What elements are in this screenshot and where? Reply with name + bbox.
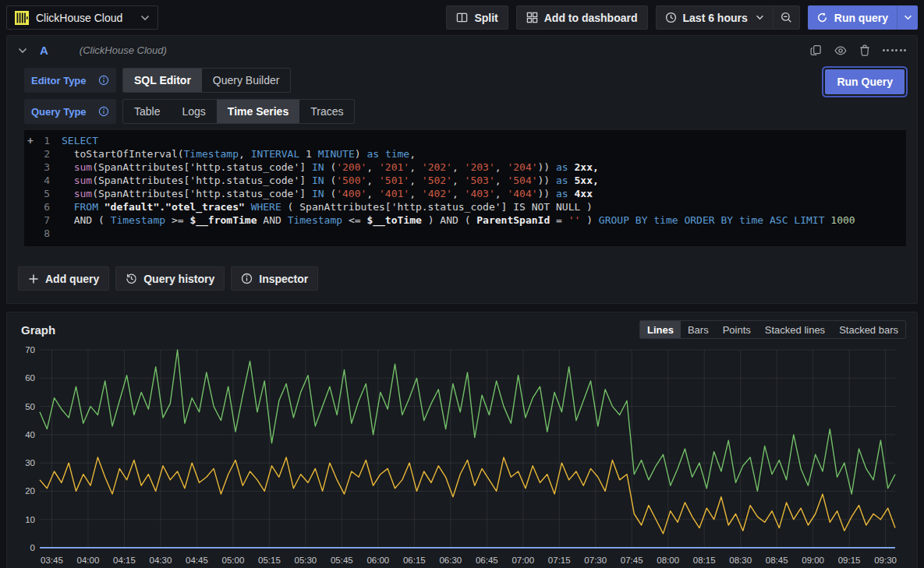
query-type-labelbox: Query Type <box>24 99 116 124</box>
option-bars[interactable]: Bars <box>681 321 716 338</box>
x-axis-tick-label: 08:45 <box>766 556 788 565</box>
line-number-gutter: 6 <box>24 200 62 213</box>
run-query-split-button: Run query <box>808 5 918 30</box>
timeseries-chart[interactable]: 01020304050607003:4504:0004:1504:3004:45… <box>16 340 903 568</box>
line-number: 3 <box>37 161 62 174</box>
x-axis-tick-label: 04:00 <box>77 556 100 565</box>
code-line[interactable]: 2 toStartOfInterval(Timestamp, INTERVAL … <box>24 147 906 161</box>
x-axis-tick-label: 07:30 <box>584 556 607 565</box>
query-editor-panel: A (ClickHouse Cloud) Editor Type SQL Edi… <box>6 35 918 304</box>
run-query-dropdown-caret[interactable] <box>897 5 918 30</box>
split-button[interactable]: Split <box>446 5 508 30</box>
y-axis-tick-label: 20 <box>25 486 35 496</box>
plus-icon <box>28 273 39 284</box>
time-range-picker[interactable]: Last 6 hours <box>657 6 773 29</box>
option-traces[interactable]: Traces <box>299 100 354 123</box>
chevron-down-icon <box>140 15 150 21</box>
code-line[interactable]: 8 <box>24 227 906 240</box>
line-number-gutter: 5 <box>24 187 62 200</box>
y-axis-tick-label: 70 <box>25 345 35 355</box>
code-text: sum(SpanAttributes['http.status_code'] I… <box>62 174 599 187</box>
collapse-chevron-icon[interactable] <box>18 48 27 54</box>
query-history-label: Query history <box>143 273 214 285</box>
query-datasource-hint: (ClickHouse Cloud) <box>80 44 167 56</box>
gutter-spacer <box>24 174 37 187</box>
code-line[interactable]: 6 FROM "default"."otel_traces" WHERE ( S… <box>24 200 906 213</box>
option-lines[interactable]: Lines <box>640 321 681 338</box>
line-number-gutter: 2 <box>24 147 62 161</box>
run-query-button-panel[interactable]: Run Query <box>825 69 905 94</box>
x-axis-tick-label: 04:15 <box>113 556 136 565</box>
query-type-row: Query Type TableLogsTime SeriesTraces <box>24 99 906 124</box>
x-axis-tick-label: 07:45 <box>621 556 643 565</box>
split-label: Split <box>474 12 497 24</box>
option-query-builder[interactable]: Query Builder <box>202 69 291 92</box>
clock-icon <box>665 12 677 23</box>
add-query-label: Add query <box>45 273 99 285</box>
refresh-icon <box>816 12 828 23</box>
inspector-button[interactable]: Inspector <box>231 266 318 291</box>
series-line-5xx <box>40 457 895 534</box>
hide-query-eye-icon[interactable] <box>834 45 847 56</box>
x-axis-tick-label: 05:30 <box>294 556 317 565</box>
code-line[interactable]: 4 sum(SpanAttributes['http.status_code']… <box>24 174 906 187</box>
magnifier-minus-icon <box>781 12 792 23</box>
option-stacked-lines[interactable]: Stacked lines <box>758 321 832 338</box>
code-line[interactable]: +1SELECT <box>24 134 906 147</box>
editor-type-labelbox: Editor Type <box>24 68 116 93</box>
option-points[interactable]: Points <box>716 321 758 338</box>
line-number-gutter: 8 <box>24 227 62 240</box>
line-number-gutter: 7 <box>24 213 62 227</box>
option-time-series[interactable]: Time Series <box>217 100 299 123</box>
query-ref-id[interactable]: A <box>40 44 48 57</box>
drag-handle-icon[interactable] <box>883 49 907 51</box>
add-line-icon[interactable]: + <box>24 134 37 147</box>
split-icon <box>456 12 468 23</box>
code-text: AND ( Timestamp >= $__fromTime AND Times… <box>62 213 855 227</box>
add-to-dashboard-button[interactable]: Add to dashboard <box>516 5 648 30</box>
line-number: 7 <box>37 213 62 227</box>
series-line-2xx <box>40 350 895 494</box>
add-query-button[interactable]: Add query <box>18 266 109 291</box>
line-number: 4 <box>37 174 62 187</box>
option-stacked-bars[interactable]: Stacked bars <box>832 321 905 338</box>
query-editor-body: Editor Type SQL EditorQuery Builder Run … <box>7 65 917 257</box>
option-table[interactable]: Table <box>123 100 171 123</box>
delete-query-trash-icon[interactable] <box>859 44 870 56</box>
x-axis-tick-label: 03:45 <box>41 556 63 565</box>
datasource-label: ClickHouse Cloud <box>36 12 122 24</box>
info-circle-icon <box>241 273 253 284</box>
x-axis-tick-label: 06:30 <box>439 556 462 565</box>
zoom-out-time-button[interactable] <box>773 6 799 29</box>
run-query-button-top[interactable]: Run query <box>808 5 897 30</box>
code-line[interactable]: 7 AND ( Timestamp >= $__fromTime AND Tim… <box>24 213 906 227</box>
query-history-button[interactable]: Query history <box>115 266 225 291</box>
y-axis-tick-label: 60 <box>25 373 35 383</box>
code-text: sum(SpanAttributes['http.status_code'] I… <box>62 187 593 200</box>
explore-toolbar: ClickHouse Cloud Split Add to dashboard … <box>0 0 924 35</box>
code-line[interactable]: 5 sum(SpanAttributes['http.status_code']… <box>24 187 906 200</box>
sql-code-editor[interactable]: +1SELECT2 toStartOfInterval(Timestamp, I… <box>24 130 906 246</box>
info-icon[interactable] <box>98 106 109 117</box>
gutter-spacer <box>24 147 37 161</box>
option-sql-editor[interactable]: SQL Editor <box>123 69 202 92</box>
code-line[interactable]: 3 sum(SpanAttributes['http.status_code']… <box>24 161 906 174</box>
gutter-spacer <box>24 213 37 227</box>
gutter-spacer <box>24 161 37 174</box>
duplicate-query-icon[interactable] <box>810 44 822 56</box>
query-type-label: Query Type <box>31 106 87 118</box>
line-number-gutter: +1 <box>24 134 62 147</box>
inspector-label: Inspector <box>259 273 308 285</box>
x-axis-tick-label: 09:00 <box>802 556 824 565</box>
query-row-actions <box>810 44 907 56</box>
y-axis-tick-label: 50 <box>25 402 35 411</box>
query-panel-footer: Add query Query history Inspector <box>7 257 917 292</box>
x-axis-tick-label: 08:30 <box>729 556 752 565</box>
x-axis-tick-label: 05:00 <box>222 556 245 565</box>
editor-type-row: Editor Type SQL EditorQuery Builder Run … <box>24 68 906 93</box>
x-axis-tick-label: 07:15 <box>548 556 571 565</box>
datasource-picker[interactable]: ClickHouse Cloud <box>6 5 158 30</box>
y-axis-tick-label: 0 <box>30 543 35 552</box>
option-logs[interactable]: Logs <box>171 100 216 123</box>
info-icon[interactable] <box>98 75 109 86</box>
